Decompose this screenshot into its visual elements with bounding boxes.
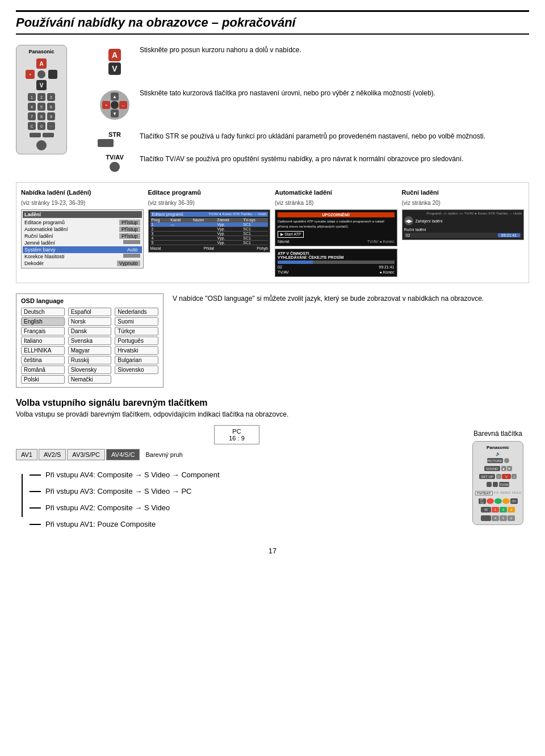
- tvav-section: TV/AV Tlačítko TV/AV se používá pro opuš…: [98, 154, 529, 172]
- editace-row-4: 4Vyp.SC1: [150, 236, 269, 241]
- osd-lang-francais[interactable]: Français: [21, 327, 65, 335]
- page-number: 17: [16, 547, 529, 555]
- osd-lang-espanol[interactable]: Español: [68, 308, 112, 316]
- tvav-text: Tlačítko TV/AV se používá pro opuštění s…: [140, 154, 463, 164]
- atp-progress-screen: ATP V ČINNOSTIVYHLEDÁVÁNÍ: ČEKEJTE PROSÍ…: [275, 249, 397, 277]
- panel4-title: Ruční ladění: [402, 188, 525, 196]
- top-instructions: A V Stiskněte pro posun kurzoru nahoru a…: [98, 45, 529, 172]
- remote-right-section: Barevná tlačítka Panasonic 🔊 PICTURE SOU…: [467, 425, 529, 525]
- signal-lines-container: Při vstupu AV4: Composite → S Video → Co…: [16, 471, 458, 528]
- signal-text-av4: Při vstupu AV4: Composite → S Video → Co…: [45, 471, 220, 479]
- signal-line-av1: Při vstupu AV1: Pouze Composite: [30, 520, 458, 528]
- cursor-updown-text: Stiskněte pro posun kurzoru nahoru a dol…: [140, 45, 301, 55]
- osd-lang-slovensky[interactable]: Slovensky: [68, 366, 112, 374]
- osd-lang-cestina[interactable]: čeština: [21, 356, 65, 364]
- osd-lang-norsk[interactable]: Norsk: [68, 317, 112, 326]
- panel4-subtitle: (viz stránka 20): [402, 200, 525, 206]
- upozorneni-body: Opětovné spuštění ATP vymaže údaje o nal…: [278, 219, 395, 229]
- panel1-title: Nabídka ladění (Ladění): [21, 188, 144, 196]
- av1-item[interactable]: AV1: [16, 449, 37, 460]
- editace-row-5: 5Vyp.SC1: [150, 241, 269, 245]
- updown-arrow-graphic: A V: [98, 45, 132, 79]
- str-text: Tlačítko STR se používá u řady funkcí pr…: [140, 131, 485, 141]
- panel1-subtitle: (viz stránky 19-23, 36-39): [21, 200, 144, 206]
- editace-header: ProgKanálNázevZámekTV-sys: [150, 218, 269, 222]
- rucni-screen: Programů –/+ ladění –/+ TV/AV ● Konec ST…: [402, 209, 525, 240]
- ladeni-menu-box: Ladění Editace programůPřístup Automatic…: [21, 209, 144, 268]
- osd-description: V nabídce "OSD language" si můžete zvoli…: [173, 293, 529, 304]
- osd-lang-svenska[interactable]: Svenska: [68, 337, 112, 345]
- osd-lang-slovensko[interactable]: Slovensko: [115, 366, 158, 374]
- osd-lang-nemacki[interactable]: Nemački: [68, 375, 112, 384]
- ladeni-menu-title: Ladění: [23, 211, 142, 218]
- osd-language-grid: Deutsch Español Nederlands English Norsk…: [21, 308, 158, 384]
- horiz-tick-av2: [30, 507, 41, 509]
- osd-section: OSD language Deutsch Español Nederlands …: [16, 293, 529, 388]
- vertical-connector: [22, 474, 23, 517]
- osd-lang-suomi[interactable]: Suomi: [115, 317, 158, 326]
- osd-lang-italiano[interactable]: Italiano: [21, 337, 65, 345]
- input-title: Volba vstupního signálu barevným tlačítk…: [16, 398, 529, 408]
- automaticke-screen: UPOZORNĚNÍ! Opětovné spuštění ATP vymaže…: [275, 209, 397, 246]
- menu-row-automaticke: Automatické laděníPřístup: [23, 226, 142, 233]
- barevna-tlacitka-label: Barevná tlačítka: [473, 430, 522, 438]
- horiz-tick-av3: [30, 491, 41, 492]
- horiz-tick-av4: [30, 474, 41, 476]
- av4sc-item[interactable]: AV4/S/C: [106, 449, 140, 460]
- tvav-button-graphic: [110, 162, 120, 172]
- av3spc-item[interactable]: AV3/S/PC: [67, 449, 105, 460]
- menu-row-editace: Editace programůPřístup: [23, 219, 142, 226]
- start-atp-btn[interactable]: ▶ Start ATP: [278, 231, 304, 238]
- input-bottom-row: PC16 : 9 AV1 AV2/S AV3/S/PC AV4/S/C Bare…: [16, 425, 529, 536]
- panel-rucni: Ruční ladění (viz stránka 20) Programů –…: [402, 188, 525, 277]
- input-signal-section: Volba vstupního signálu barevným tlačítk…: [16, 398, 529, 536]
- editace-row-3: 3Vyp.SC1: [150, 232, 269, 236]
- pc-box: PC16 : 9: [214, 425, 259, 444]
- remote-brand: Panasonic: [28, 49, 54, 54]
- str-section: STR Tlačítko STR se používá u řady funkc…: [98, 131, 529, 147]
- panel-editace: Editace programů (viz stránky 36-39) Edi…: [148, 188, 271, 277]
- tvav-label: TV/AV: [98, 154, 132, 161]
- av-bar: AV1 AV2/S AV3/S/PC AV4/S/C Barevný pruh: [16, 449, 198, 460]
- osd-lang-turkce[interactable]: Türkçe: [115, 327, 158, 335]
- av2s-item[interactable]: AV2/S: [39, 449, 66, 460]
- leftright-arrow-graphic: ▲ ▼ + –: [98, 88, 132, 122]
- osd-lang-hrvatski[interactable]: Hrvatski: [115, 346, 158, 355]
- signal-text-av3: Při vstupu AV3: Composite → S Video → PC: [45, 487, 191, 495]
- input-subtitle: Volba vstupu se provádí barevným tlačítk…: [16, 410, 529, 418]
- level-select-section: ▲ ▼ + – Stiskněte tato kurzorová tlačítk…: [98, 88, 529, 122]
- remote-graphic-top: Panasonic A V + 1 2 3 4: [16, 45, 84, 172]
- osd-lang-russkij[interactable]: Russkij: [68, 356, 112, 364]
- signal-text-av2: Při vstupu AV2: Composite → S Video: [45, 503, 170, 512]
- input-diagram: PC16 : 9 AV1 AV2/S AV3/S/PC AV4/S/C Bare…: [16, 425, 458, 536]
- panel-automaticke: Automatické ladění (viz stránka 18) UPOZ…: [275, 188, 397, 277]
- osd-lang-polski[interactable]: Polski: [21, 375, 65, 384]
- osd-lang-portugues[interactable]: Português: [115, 337, 158, 345]
- osd-lang-nederlands[interactable]: Nederlands: [115, 308, 158, 316]
- panel-ladeni: Nabídka ladění (Ladění) (viz stránky 19-…: [21, 188, 144, 277]
- osd-lang-magyar[interactable]: Magyar: [68, 346, 112, 355]
- four-panel-section: Nabídka ladění (Ladění) (viz stránky 19-…: [16, 182, 529, 283]
- editace-row-2: 2Vyp.SC1: [150, 227, 269, 232]
- osd-lang-deutsch[interactable]: Deutsch: [21, 308, 65, 316]
- str-label: STR: [98, 131, 132, 138]
- atp-progress-fill: [278, 261, 313, 264]
- menu-row-rucni: Ruční laděníPřístup: [23, 233, 142, 240]
- osd-language-box: OSD language Deutsch Español Nederlands …: [16, 293, 164, 388]
- osd-lang-romana[interactable]: Română: [21, 366, 65, 374]
- menu-row-systém: Systém barvyAuto: [23, 246, 142, 253]
- panel2-title: Editace programů: [148, 188, 271, 196]
- signal-line-av4: Při vstupu AV4: Composite → S Video → Co…: [30, 471, 458, 479]
- editace-titlebar: Editace programů TV/AV ● Konec STR Tlačí…: [150, 212, 269, 217]
- level-select-text: Stiskněte tato kurzorová tlačítka pro na…: [140, 88, 435, 98]
- remote-graphic-bottom: Panasonic 🔊 PICTURE SOUND ▲ ▼ SET UP: [472, 441, 523, 525]
- osd-lang-bulgarian[interactable]: Bulgarian: [115, 356, 158, 364]
- menu-row-dekoder: DekodérVypnuto: [23, 260, 142, 267]
- osd-lang-ellhnika[interactable]: ELLHNIKA: [21, 346, 65, 355]
- osd-lang-dansk[interactable]: Dansk: [68, 327, 112, 335]
- osd-lang-english[interactable]: English: [21, 317, 65, 326]
- page-title: Používání nabídky na obrazovce – pokračo…: [16, 10, 529, 35]
- signal-text-av1: Při vstupu AV1: Pouze Composite: [45, 520, 156, 528]
- editace-screen: Editace programů TV/AV ● Konec STR Tlačí…: [148, 209, 271, 253]
- menu-row-korekce: Korekce hlasitosti: [23, 253, 142, 260]
